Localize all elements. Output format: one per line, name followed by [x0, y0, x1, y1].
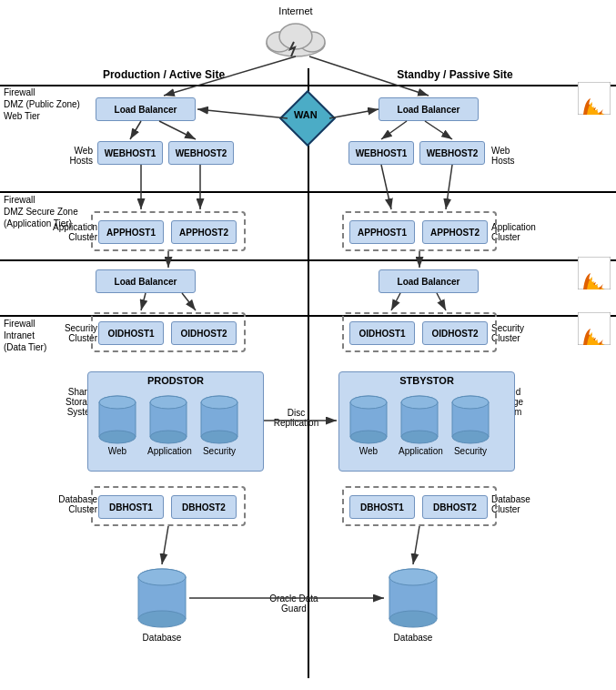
prod-webhost1: WEBHOST1: [97, 141, 163, 165]
svg-line-67: [182, 293, 196, 310]
zone-label-dmz: FirewallDMZ (Public Zone)Web Tier: [4, 86, 80, 122]
svg-line-70: [425, 121, 452, 139]
svg-line-71: [381, 165, 391, 209]
prod-cyl-web: [96, 393, 138, 446]
svg-point-30: [138, 569, 186, 585]
svg-line-59: [197, 109, 288, 118]
internet-label: Internet: [259, 5, 332, 16]
standby-dbhost1: DBHOST1: [349, 495, 415, 519]
prod-cyl-app-label: Application: [147, 446, 189, 456]
svg-point-51: [389, 611, 437, 627]
disc-replication-label: Disc Replication: [267, 408, 326, 428]
cloud-icon: [259, 16, 332, 57]
svg-line-74: [391, 293, 400, 310]
prod-title: Production / Active Site: [45, 68, 282, 81]
standby-db-cyl: [386, 566, 440, 630]
svg-point-3: [279, 24, 312, 49]
prod-dbhost2: DBHOST2: [171, 495, 237, 519]
prod-security-cluster-label: SecurityCluster: [47, 323, 97, 343]
prod-cyl-sec-label: Security: [198, 446, 240, 456]
prod-lb2: Load Balancer: [96, 269, 196, 293]
standby-apphost1: APPHOST1: [349, 220, 415, 244]
vertical-divider: [308, 68, 309, 678]
firewall-icon-2: [578, 257, 611, 289]
svg-point-24: [201, 396, 237, 409]
oracle-data-guard-label: Oracle Data Guard: [263, 594, 325, 614]
standby-security-cluster: OIDHOST1 OIDHOST2: [342, 312, 497, 352]
svg-line-60: [329, 109, 379, 118]
prod-app-cluster-label: ApplicationCluster: [47, 222, 97, 242]
prod-db-cluster: DBHOST1 DBHOST2: [91, 486, 246, 526]
standby-app-cluster: APPHOST1 APPHOST2: [342, 211, 497, 251]
prod-storage-name: PRODSTOR: [87, 375, 264, 386]
svg-point-39: [401, 431, 438, 443]
svg-line-61: [130, 121, 141, 139]
standby-cyl-sec-label: Security: [449, 446, 491, 456]
standby-cyl-web-label: Web: [348, 446, 389, 456]
wan-label: WAN: [294, 109, 318, 120]
firewall-icon-1: [578, 82, 611, 115]
standby-db-cluster: DBHOST1 DBHOST2: [342, 486, 497, 526]
standby-webhost2: WEBHOST2: [419, 141, 485, 165]
svg-point-9: [99, 431, 136, 443]
prod-oidhost2: OIDHOST2: [171, 321, 237, 345]
svg-point-45: [452, 431, 489, 443]
prod-security-cluster: OIDHOST1 OIDHOST2: [91, 312, 246, 352]
svg-point-12: [99, 396, 136, 409]
svg-point-42: [401, 396, 438, 409]
prod-webhost2: WEBHOST2: [168, 141, 234, 165]
svg-point-27: [138, 611, 186, 627]
standby-dbhost2: DBHOST2: [422, 495, 488, 519]
svg-point-15: [150, 431, 187, 443]
svg-line-68: [162, 526, 168, 564]
standby-oidhost1: OIDHOST1: [349, 321, 415, 345]
prod-cyl-web-label: Web: [96, 446, 138, 456]
svg-point-48: [452, 396, 489, 409]
standby-cyl-app: [399, 393, 440, 446]
standby-oidhost2: OIDHOST2: [422, 321, 488, 345]
svg-point-36: [350, 396, 387, 409]
standby-title: Standby / Passive Site: [337, 68, 573, 81]
prod-apphost1: APPHOST1: [98, 220, 164, 244]
svg-line-72: [446, 165, 452, 209]
svg-line-66: [141, 293, 146, 310]
prod-web-hosts-label: WebHosts: [47, 146, 93, 166]
hline-bottom-app: [0, 259, 616, 261]
standby-webhost1: WEBHOST1: [348, 141, 414, 165]
standby-cyl-web: [348, 393, 389, 446]
prod-oidhost1: OIDHOST1: [98, 321, 164, 345]
standby-db-label: Database: [374, 633, 452, 643]
svg-point-18: [150, 396, 187, 409]
svg-line-76: [413, 526, 419, 564]
prod-db-cluster-label: DatabaseCluster: [47, 494, 97, 514]
hline-bottom-dmz: [0, 191, 616, 193]
prod-cyl-app: [147, 393, 189, 446]
diagram: Internet Production / Active Site Standb…: [0, 0, 616, 690]
standby-security-cluster-label: SecurityCluster: [491, 323, 544, 343]
firewall-icon-3: [578, 312, 611, 345]
standby-app-cluster-label: ApplicationCluster: [491, 222, 544, 242]
standby-lb1: Load Balancer: [379, 97, 479, 121]
prod-cyl-sec: [198, 393, 240, 446]
standby-db-cluster-label: DatabaseCluster: [491, 494, 544, 514]
hline-top-dmz: [0, 85, 616, 86]
zone-label-intranet: FirewallIntranet(Data Tier): [4, 318, 46, 353]
svg-line-69: [381, 121, 407, 139]
standby-cyl-app-label: Application: [399, 446, 440, 456]
standby-storage-name: STBYSTOR: [338, 375, 515, 386]
standby-cyl-sec: [449, 393, 491, 446]
prod-app-cluster: APPHOST1 APPHOST2: [91, 211, 246, 251]
svg-point-33: [350, 431, 387, 443]
prod-apphost2: APPHOST2: [171, 220, 237, 244]
prod-lb1: Load Balancer: [96, 97, 196, 121]
prod-dbhost1: DBHOST1: [98, 495, 164, 519]
standby-web-hosts-label: WebHosts: [491, 146, 541, 166]
svg-point-54: [389, 569, 437, 585]
svg-point-21: [201, 431, 237, 443]
svg-line-62: [159, 121, 196, 139]
standby-lb2: Load Balancer: [379, 269, 479, 293]
prod-db-label: Database: [123, 633, 201, 643]
standby-apphost2: APPHOST2: [422, 220, 488, 244]
svg-line-75: [437, 293, 446, 310]
prod-db-cyl: [135, 566, 189, 630]
